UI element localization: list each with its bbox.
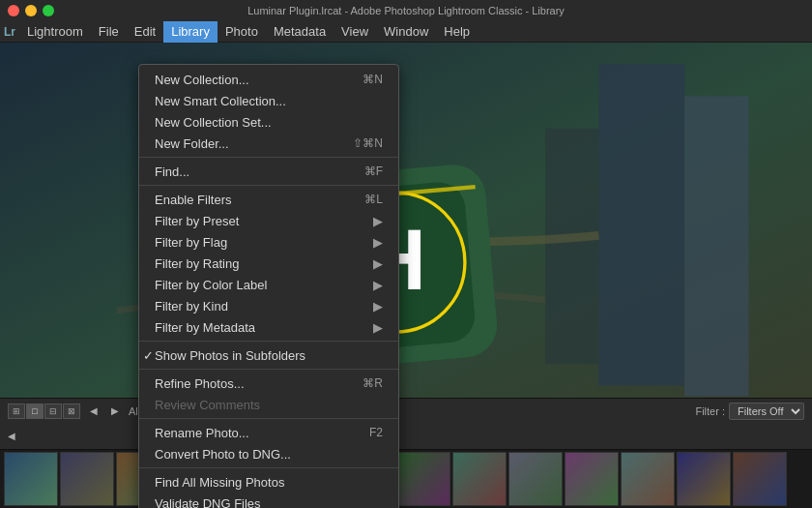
menu-view[interactable]: View [334, 21, 376, 43]
rename-photo-shortcut: F2 [369, 426, 383, 439]
filter-area: Filter : Filters Off Rated Unrated [695, 403, 804, 420]
thumbnail-7[interactable] [396, 452, 450, 506]
separator-6 [139, 467, 398, 468]
menu-help[interactable]: Help [436, 21, 478, 43]
menu-filter-color[interactable]: Filter by Color Label ▶ [139, 274, 398, 295]
menu-find-missing[interactable]: Find All Missing Photos [139, 471, 398, 493]
traffic-lights [8, 5, 54, 16]
bottom-toolbar: ⊞ □ ⊟ ⊠ ◀ ▶ All Photographs 64 photos / … [0, 398, 812, 423]
find-label: Find... [155, 164, 189, 179]
menu-refine-photos[interactable]: Refine Photos... ⌘R [139, 373, 398, 394]
filmstrip-label: ◀ [8, 431, 15, 441]
filter-text: Filter : [695, 405, 725, 417]
separator-5 [139, 418, 398, 419]
menu-enable-filters[interactable]: Enable Filters ⌘L [139, 189, 398, 210]
next-photo-btn[interactable]: ▶ [107, 403, 123, 419]
filter-flag-label: Filter by Flag [155, 235, 227, 250]
menu-bar: Lr Lightroom File Edit Library Photo Met… [0, 21, 812, 43]
menu-filter-flag[interactable]: Filter by Flag ▶ [139, 231, 398, 253]
window-title: Luminar Plugin.lrcat - Adobe Photoshop L… [247, 5, 565, 16]
grid-view-btn[interactable]: ⊞ [8, 403, 25, 419]
survey-view-btn[interactable]: ⊠ [63, 403, 80, 419]
menu-new-collection[interactable]: New Collection... ⌘N [139, 69, 398, 90]
close-button[interactable] [8, 5, 19, 16]
title-bar: Luminar Plugin.lrcat - Adobe Photoshop L… [0, 0, 812, 21]
separator-1 [139, 157, 398, 158]
new-collection-set-label: New Collection Set... [155, 115, 272, 130]
filmstrip-toolbar: ◀ [0, 423, 812, 450]
find-missing-label: Find All Missing Photos [155, 475, 284, 490]
filter-metadata-label: Filter by Metadata [155, 320, 255, 335]
filter-rating-label: Filter by Rating [155, 256, 239, 271]
refine-photos-label: Refine Photos... [155, 376, 245, 391]
thumbnail-1[interactable] [60, 452, 114, 506]
refine-photos-shortcut: ⌘R [362, 376, 383, 390]
svg-rect-1 [598, 64, 684, 385]
menu-file[interactable]: File [91, 21, 127, 43]
background-photo: H [0, 43, 812, 450]
prev-photo-btn[interactable]: ◀ [86, 403, 102, 419]
filter-metadata-arrow: ▶ [373, 320, 383, 335]
validate-dng-label: Validate DNG Files [155, 496, 261, 509]
thumbnail-11[interactable] [621, 452, 675, 506]
menu-validate-dng[interactable]: Validate DNG Files [139, 493, 398, 508]
review-comments-label: Review Comments [155, 398, 260, 412]
enable-filters-shortcut: ⌘L [364, 193, 383, 206]
minimize-button[interactable] [25, 5, 37, 16]
svg-rect-2 [684, 96, 748, 396]
filter-color-arrow: ▶ [373, 278, 383, 292]
svg-rect-3 [545, 129, 598, 365]
compare-view-btn[interactable]: ⊟ [44, 403, 62, 419]
filter-kind-label: Filter by Kind [155, 299, 228, 314]
main-content: H ⊞ □ ⊟ ⊠ ◀ ▶ All Photographs 64 photos … [0, 43, 812, 508]
menu-new-collection-set[interactable]: New Collection Set... [139, 111, 398, 133]
maximize-button[interactable] [43, 5, 54, 16]
thumbnail-9[interactable] [508, 452, 563, 506]
menu-new-folder[interactable]: New Folder... ⇧⌘N [139, 133, 398, 154]
thumbnail-12[interactable] [677, 452, 731, 506]
view-buttons: ⊞ □ ⊟ ⊠ [8, 403, 80, 419]
menu-filter-rating[interactable]: Filter by Rating ▶ [139, 253, 398, 274]
separator-4 [139, 369, 398, 370]
menu-rename-photo[interactable]: Rename Photo... F2 [139, 422, 398, 443]
menu-filter-metadata[interactable]: Filter by Metadata ▶ [139, 316, 398, 338]
show-subfolders-label: Show Photos in Subfolders [155, 348, 305, 363]
find-shortcut: ⌘F [364, 164, 383, 178]
filmstrip-thumbs [0, 450, 812, 508]
menu-filter-preset[interactable]: Filter by Preset ▶ [139, 210, 398, 231]
menu-metadata[interactable]: Metadata [266, 21, 334, 43]
menu-new-smart-collection[interactable]: New Smart Collection... [139, 90, 398, 111]
filter-flag-arrow: ▶ [373, 235, 383, 250]
menu-show-subfolders[interactable]: Show Photos in Subfolders [139, 344, 398, 366]
menu-edit[interactable]: Edit [127, 21, 163, 43]
thumbnail-13[interactable] [733, 452, 787, 506]
menu-window[interactable]: Window [376, 21, 436, 43]
library-dropdown-menu[interactable]: New Collection... ⌘N New Smart Collectio… [138, 64, 399, 508]
filter-kind-arrow: ▶ [373, 299, 383, 314]
new-folder-label: New Folder... [155, 136, 229, 151]
new-folder-shortcut: ⇧⌘N [353, 136, 383, 150]
menu-photo[interactable]: Photo [218, 21, 266, 43]
thumbnail-10[interactable] [565, 452, 619, 506]
enable-filters-label: Enable Filters [155, 193, 231, 207]
filmstrip: ◀ [0, 423, 812, 508]
menu-convert-dng[interactable]: Convert Photo to DNG... [139, 443, 398, 464]
thumbnail-8[interactable] [452, 452, 507, 506]
filter-preset-arrow: ▶ [373, 214, 383, 228]
menu-filter-kind[interactable]: Filter by Kind ▶ [139, 295, 398, 316]
filter-color-label: Filter by Color Label [155, 278, 267, 292]
app-logo: Lr [4, 25, 15, 39]
separator-2 [139, 185, 398, 186]
loupe-view-btn[interactable]: □ [26, 403, 44, 419]
thumbnail-0[interactable] [4, 452, 58, 506]
menu-find[interactable]: Find... ⌘F [139, 161, 398, 182]
new-collection-label: New Collection... [155, 73, 249, 87]
separator-3 [139, 341, 398, 342]
filter-select[interactable]: Filters Off Rated Unrated [729, 403, 804, 420]
convert-dng-label: Convert Photo to DNG... [155, 447, 291, 462]
new-collection-shortcut: ⌘N [362, 73, 383, 86]
menu-library[interactable]: Library [163, 21, 218, 43]
rename-photo-label: Rename Photo... [155, 426, 249, 440]
menu-lightroom[interactable]: Lightroom [19, 21, 91, 43]
filter-preset-label: Filter by Preset [155, 214, 239, 228]
